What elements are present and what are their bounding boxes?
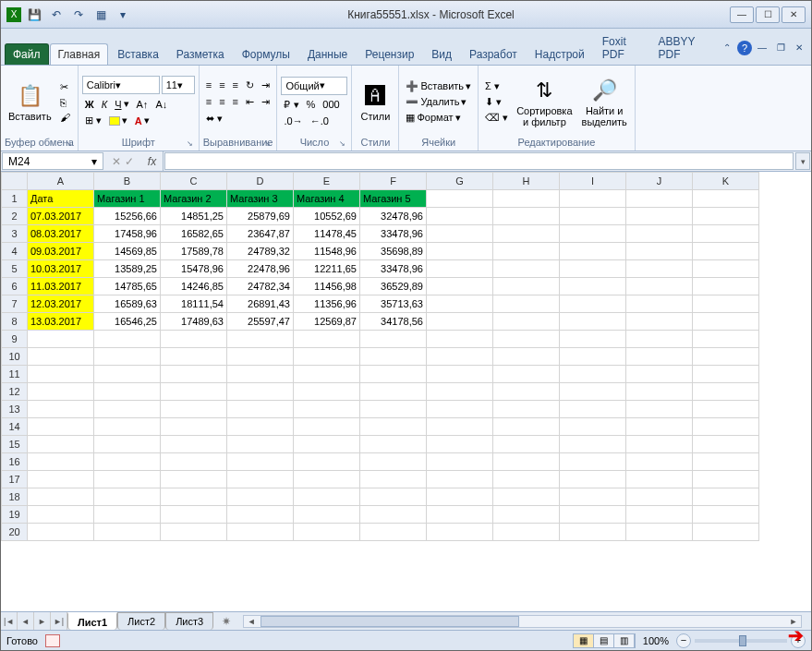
format-painter-button[interactable]: 🖌 xyxy=(57,111,73,124)
cell-E16[interactable] xyxy=(294,453,360,471)
tab-formulas[interactable]: Формулы xyxy=(234,43,298,65)
cell-F15[interactable] xyxy=(360,436,427,453)
name-box[interactable]: M24▾ xyxy=(2,152,103,170)
col-header-A[interactable]: A xyxy=(28,173,94,190)
cell-K6[interactable] xyxy=(693,278,759,295)
cell-D2[interactable]: 25879,69 xyxy=(227,208,294,225)
cell-K1[interactable] xyxy=(693,190,759,208)
row-header-7[interactable]: 7 xyxy=(2,295,28,313)
row-header-1[interactable]: 1 xyxy=(2,190,28,208)
cell-G10[interactable] xyxy=(427,348,493,366)
cell-E18[interactable] xyxy=(294,488,360,506)
cell-I9[interactable] xyxy=(560,331,626,348)
close-button[interactable]: ✕ xyxy=(782,6,806,23)
cell-C9[interactable] xyxy=(161,331,227,348)
cell-A11[interactable] xyxy=(28,366,94,383)
cut-button[interactable]: ✂ xyxy=(57,80,73,94)
mdi-restore-button[interactable]: ❐ xyxy=(772,41,789,55)
cell-A15[interactable] xyxy=(28,436,94,453)
align-center-button[interactable]: ≡ xyxy=(216,95,227,108)
cell-I6[interactable] xyxy=(560,278,626,295)
cell-B2[interactable]: 15256,66 xyxy=(94,208,161,225)
cell-G1[interactable] xyxy=(427,190,493,208)
row-header-5[interactable]: 5 xyxy=(2,260,28,278)
cell-D14[interactable] xyxy=(227,418,294,436)
cell-H6[interactable] xyxy=(493,278,560,295)
cell-C15[interactable] xyxy=(161,436,227,453)
cell-H4[interactable] xyxy=(493,243,560,260)
cell-C4[interactable]: 17589,78 xyxy=(161,243,227,260)
cell-C14[interactable] xyxy=(161,418,227,436)
cell-D8[interactable]: 25597,47 xyxy=(227,313,294,331)
row-header-14[interactable]: 14 xyxy=(2,418,28,436)
percent-button[interactable]: % xyxy=(304,98,319,111)
currency-button[interactable]: ₽ ▾ xyxy=(281,98,301,112)
cell-J1[interactable] xyxy=(626,190,693,208)
formula-bar-expand-button[interactable]: ▾ xyxy=(795,152,810,170)
cell-J3[interactable] xyxy=(626,225,693,243)
col-header-E[interactable]: E xyxy=(294,173,360,190)
cell-K18[interactable] xyxy=(693,488,759,506)
cell-B14[interactable] xyxy=(94,418,161,436)
mdi-close-button[interactable]: ✕ xyxy=(791,41,807,55)
cell-B8[interactable]: 16546,25 xyxy=(94,313,161,331)
col-header-C[interactable]: C xyxy=(161,173,227,190)
sheet-tab-3[interactable]: Лист3 xyxy=(165,612,213,630)
tab-review[interactable]: Рецензир xyxy=(357,43,422,65)
cell-H12[interactable] xyxy=(493,383,560,401)
cell-B3[interactable]: 17458,96 xyxy=(94,225,161,243)
align-right-button[interactable]: ≡ xyxy=(230,95,241,108)
cell-C19[interactable] xyxy=(161,506,227,524)
cell-D11[interactable] xyxy=(227,366,294,383)
cell-C20[interactable] xyxy=(161,524,227,541)
cell-G19[interactable] xyxy=(427,506,493,524)
font-size-select[interactable]: 11 ▾ xyxy=(162,76,195,94)
cell-J7[interactable] xyxy=(626,295,693,313)
fill-color-button[interactable]: ▾ xyxy=(106,114,130,127)
row-header-2[interactable]: 2 xyxy=(2,208,28,225)
decrease-decimal-button[interactable]: ←.0 xyxy=(308,115,332,127)
row-header-9[interactable]: 9 xyxy=(2,331,28,348)
cell-K17[interactable] xyxy=(693,471,759,488)
tab-addins[interactable]: Надстрой xyxy=(527,43,593,65)
cell-C6[interactable]: 14246,85 xyxy=(161,278,227,295)
cell-F12[interactable] xyxy=(360,383,427,401)
col-header-F[interactable]: F xyxy=(360,173,427,190)
group-label-font[interactable]: Шрифт xyxy=(82,136,195,149)
cell-E11[interactable] xyxy=(294,366,360,383)
cell-H17[interactable] xyxy=(493,471,560,488)
italic-button[interactable]: К xyxy=(99,98,110,111)
cell-D15[interactable] xyxy=(227,436,294,453)
cell-I8[interactable] xyxy=(560,313,626,331)
qat-more-icon[interactable]: ▾ xyxy=(114,6,132,24)
cell-G13[interactable] xyxy=(427,401,493,418)
cell-J13[interactable] xyxy=(626,401,693,418)
help-icon[interactable]: ? xyxy=(737,41,752,55)
cell-H13[interactable] xyxy=(493,401,560,418)
cell-J15[interactable] xyxy=(626,436,693,453)
cell-G11[interactable] xyxy=(427,366,493,383)
cell-K5[interactable] xyxy=(693,260,759,278)
underline-button[interactable]: Ч ▾ xyxy=(112,97,131,111)
cell-I3[interactable] xyxy=(560,225,626,243)
cell-F6[interactable]: 36529,89 xyxy=(360,278,427,295)
cell-A20[interactable] xyxy=(28,524,94,541)
row-header-15[interactable]: 15 xyxy=(2,436,28,453)
row-header-18[interactable]: 18 xyxy=(2,488,28,506)
cell-F14[interactable] xyxy=(360,418,427,436)
cell-E20[interactable] xyxy=(294,524,360,541)
fx-icon[interactable]: fx xyxy=(141,151,164,171)
cell-A7[interactable]: 12.03.2017 xyxy=(28,295,94,313)
cell-E17[interactable] xyxy=(294,471,360,488)
cell-A17[interactable] xyxy=(28,471,94,488)
cell-G7[interactable] xyxy=(427,295,493,313)
cell-E14[interactable] xyxy=(294,418,360,436)
autosum-button[interactable]: Σ ▾ xyxy=(482,79,511,93)
cell-K12[interactable] xyxy=(693,383,759,401)
cell-D18[interactable] xyxy=(227,488,294,506)
cell-J16[interactable] xyxy=(626,453,693,471)
row-header-12[interactable]: 12 xyxy=(2,383,28,401)
cell-D5[interactable]: 22478,96 xyxy=(227,260,294,278)
scroll-right-button[interactable]: ► xyxy=(786,617,801,626)
font-name-select[interactable]: Calibri ▾ xyxy=(82,76,160,94)
